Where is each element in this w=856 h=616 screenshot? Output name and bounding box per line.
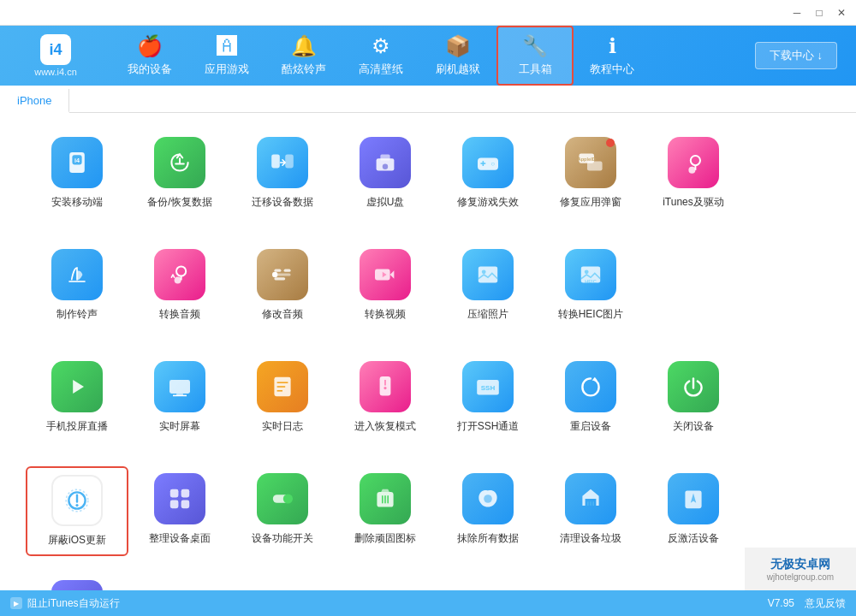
convert-audio-icon [166, 261, 193, 288]
tool-item-open-ssh[interactable]: SSH打开SSH通道 [437, 354, 539, 441]
clean-junk-icon [577, 485, 604, 512]
logo-icon: i4 [40, 34, 71, 65]
tool-item-recovery-mode[interactable]: 进入恢复模式 [334, 354, 437, 441]
tool-item-device-toggle[interactable]: 设备功能开关 [231, 466, 334, 556]
tool-item-fix-popup[interactable]: AppleID修复应用弹窗 [539, 130, 642, 216]
shutdown-icon [680, 373, 707, 400]
play-icon[interactable]: ▶ [10, 597, 22, 609]
fix-popup-icon-wrap: AppleID [565, 137, 616, 188]
clean-junk-icon-wrap [565, 473, 616, 524]
tool-item-backup[interactable]: 备份/恢复数据 [128, 130, 231, 216]
tool-item-delete-stubborn[interactable]: 删除顽固图标 [334, 466, 437, 556]
ringtone-make-label: 制作铃声 [56, 307, 98, 322]
realtime-log-icon [269, 373, 296, 400]
version-label: V7.95 [768, 597, 794, 609]
device-toggle-label: 设备功能开关 [252, 531, 313, 546]
fix-game-label: 修复游戏失效 [457, 195, 519, 210]
nav-item-jailbreak[interactable]: 📦刷机越狱 [419, 26, 496, 86]
tool-item-convert-video[interactable]: 转换视频 [334, 242, 437, 329]
svg-text:✚: ✚ [480, 160, 486, 168]
delete-stubborn-icon-wrap [360, 473, 411, 524]
tool-item-convert-audio[interactable]: 转换音频 [128, 242, 231, 329]
tool-item-organize-desktop[interactable]: 整理设备桌面 [128, 466, 231, 556]
svg-rect-42 [380, 376, 391, 395]
tutorial-label: 教程中心 [590, 62, 634, 77]
svg-marker-34 [73, 380, 84, 394]
svg-text:i4: i4 [74, 157, 80, 164]
ringtone-make-icon [63, 261, 91, 288]
tool-item-ringtone-make[interactable]: 制作铃声 [26, 242, 128, 329]
deactivate-icon [680, 485, 707, 512]
minimize-button[interactable]: ─ [786, 3, 808, 22]
wallpaper-label: 高清壁纸 [359, 62, 403, 77]
nav-item-app-game[interactable]: 🅰应用游戏 [188, 26, 265, 86]
header: i4 www.i4.cn 🍎我的设备🅰应用游戏🔔酷炫铃声⚙高清壁纸📦刷机越狱🔧工… [0, 26, 856, 86]
download-firm-icon-wrap [51, 580, 103, 590]
organize-desktop-icon [166, 485, 193, 512]
install-app-icon-wrap: i4 [51, 137, 103, 188]
clean-junk-label: 清理设备垃圾 [560, 531, 621, 546]
app-game-icon: 🅰 [217, 34, 237, 58]
tool-row-3: 屏蔽iOS更新整理设备桌面设备功能开关删除顽固图标抹除所有数据清理设备垃圾反激活… [26, 466, 830, 590]
tool-item-realtime-log[interactable]: 实时日志 [231, 354, 334, 441]
tab-iphone[interactable]: iPhone [0, 89, 69, 113]
tool-item-edit-audio[interactable]: 修改音频 [231, 242, 334, 329]
tool-item-block-ios-update[interactable]: 屏蔽iOS更新 [26, 466, 128, 556]
svg-point-44 [383, 387, 386, 389]
svg-rect-55 [181, 500, 190, 509]
nav-item-ringtone[interactable]: 🔔酷炫铃声 [265, 26, 342, 86]
tool-item-virtual-udisk[interactable]: 虚拟U盘 [334, 130, 437, 216]
tool-item-download-firm[interactable]: 下载固件 [26, 573, 128, 590]
convert-heic-icon-wrap: HEIC [565, 249, 616, 300]
screen-cast-icon [63, 373, 91, 400]
realtime-screen-icon-wrap [154, 361, 205, 412]
delete-stubborn-label: 删除顽固图标 [354, 531, 416, 546]
feedback-button[interactable]: 意见反馈 [805, 596, 846, 611]
itunes-icon [680, 149, 707, 176]
svg-point-25 [272, 272, 277, 277]
maximize-button[interactable]: □ [808, 3, 830, 22]
tool-item-realtime-screen[interactable]: 实时屏幕 [128, 354, 231, 441]
titlebar: ─ □ ✕ [0, 0, 856, 26]
statusbar: ▶ 阻止iTunes自动运行 V7.95 意见反馈 [0, 590, 856, 616]
statusbar-right: V7.95 意见反馈 [768, 596, 846, 611]
svg-rect-22 [274, 270, 281, 272]
open-ssh-label: 打开SSH通道 [457, 419, 520, 434]
nav-item-tutorial[interactable]: ℹ教程中心 [574, 26, 651, 86]
tool-item-convert-heic[interactable]: HEIC转换HEIC图片 [539, 242, 642, 329]
erase-all-icon [474, 485, 502, 512]
main-content: i4安装移动端备份/恢复数据迁移设备数据虚拟U盘✚○修复游戏失效AppleID修… [0, 113, 856, 590]
nav-item-toolbox[interactable]: 🔧工具箱 [496, 26, 574, 86]
tool-item-clean-junk[interactable]: 清理设备垃圾 [539, 466, 642, 556]
svg-point-20 [175, 276, 181, 283]
tool-item-fix-game[interactable]: ✚○修复游戏失效 [437, 130, 539, 216]
tool-item-screen-cast[interactable]: 手机投屏直播 [26, 354, 128, 441]
download-button[interactable]: 下载中心 ↓ [755, 42, 837, 69]
edit-audio-icon-wrap [257, 249, 308, 300]
tool-item-shutdown[interactable]: 关闭设备 [642, 354, 745, 441]
convert-audio-icon-wrap [154, 249, 205, 300]
tool-item-migrate[interactable]: 迁移设备数据 [231, 130, 334, 216]
close-button[interactable]: ✕ [830, 3, 853, 22]
statusbar-left: ▶ 阻止iTunes自动运行 [10, 596, 120, 611]
shutdown-icon-wrap [668, 361, 719, 412]
recovery-mode-label: 进入恢复模式 [354, 419, 416, 434]
nav-item-wallpaper[interactable]: ⚙高清壁纸 [342, 26, 419, 86]
virtual-udisk-icon-wrap [360, 137, 411, 188]
tool-item-reboot[interactable]: 重启设备 [539, 354, 642, 441]
shutdown-label: 关闭设备 [673, 419, 714, 434]
svg-point-50 [75, 504, 78, 506]
ringtone-icon: 🔔 [291, 34, 317, 58]
tool-item-compress-photo[interactable]: 压缩照片 [437, 242, 539, 329]
fix-popup-label: 修复应用弹窗 [560, 195, 621, 210]
tool-item-itunes[interactable]: iTunes及驱动 [642, 130, 745, 216]
tool-item-erase-all[interactable]: 抹除所有数据 [437, 466, 539, 556]
tool-item-deactivate[interactable]: 反激活设备 [642, 466, 745, 556]
convert-video-icon-wrap [360, 249, 411, 300]
device-toggle-icon [269, 485, 296, 512]
svg-point-32 [585, 270, 589, 274]
tool-item-install-app[interactable]: i4安装移动端 [26, 130, 128, 216]
svg-marker-27 [390, 270, 395, 279]
install-app-label: 安装移动端 [51, 195, 103, 210]
nav-item-my-device[interactable]: 🍎我的设备 [111, 26, 188, 86]
